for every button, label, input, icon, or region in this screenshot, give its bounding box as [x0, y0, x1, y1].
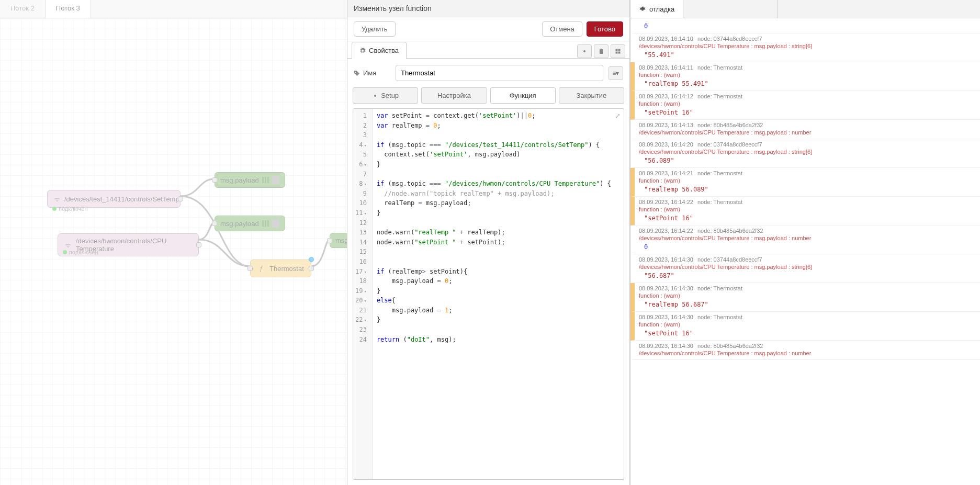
code-editor[interactable]: 123456789101112131415161718192021222324 … — [353, 108, 624, 480]
debug-message[interactable]: 08.09.2023, 16:14:10node: 03744a8cd8eecc… — [630, 33, 980, 62]
flow-workspace: Поток 2 Поток 3 /devices/test_14411/cont… — [0, 0, 347, 485]
node-label: /devices/test_14411/controls/SetTemp — [64, 195, 179, 203]
output-port[interactable] — [178, 196, 183, 201]
input-port[interactable] — [327, 238, 332, 243]
status-dot-icon — [63, 250, 67, 254]
name-label: Имя — [354, 69, 390, 77]
debug-message[interactable]: 08.09.2023, 16:14:30node: 80b485a4b6da2f… — [630, 341, 980, 360]
tab-setup[interactable]: Setup — [353, 87, 418, 104]
description-button[interactable] — [594, 44, 609, 58]
debug-message[interactable]: 08.09.2023, 16:14:12node: Thermostatfunc… — [630, 91, 980, 120]
debug-message[interactable]: 08.09.2023, 16:14:30node: Thermostatfunc… — [630, 283, 980, 312]
name-row: Имя ≡▾ — [347, 59, 629, 87]
debug-toggle[interactable] — [272, 176, 279, 184]
debug-meta: 08.09.2023, 16:14:11node: Thermostat — [639, 64, 976, 71]
debug-value: "56.089" — [639, 157, 976, 164]
debug-meta: 08.09.2023, 16:14:30node: Thermostat — [639, 314, 976, 320]
debug-bars-icon — [262, 220, 269, 227]
tab-function[interactable]: Функция — [490, 87, 556, 104]
debug-value: 0 — [639, 22, 976, 30]
tab-blank[interactable] — [683, 0, 778, 18]
debug-toggle[interactable] — [272, 219, 279, 228]
debug-message[interactable]: 08.09.2023, 16:14:30node: Thermostatfunc… — [630, 312, 980, 341]
debug-message[interactable]: 08.09.2023, 16:14:21node: Thermostatfunc… — [630, 168, 980, 197]
tab-onstart[interactable]: Настройка — [421, 87, 487, 104]
flow-tab[interactable]: Поток 3 — [46, 0, 91, 18]
file-icon — [598, 48, 604, 54]
debug-meta: 08.09.2023, 16:14:13node: 80b485a4b6da2f… — [639, 122, 976, 128]
svg-point-0 — [374, 95, 376, 97]
debug-source: function : (warn) — [639, 100, 976, 107]
done-button[interactable]: Готово — [587, 21, 623, 37]
flow-tab[interactable]: Поток 2 — [0, 0, 46, 18]
input-port[interactable] — [212, 221, 217, 226]
debug-meta: 08.09.2023, 16:14:10node: 03744a8cd8eecc… — [639, 36, 976, 42]
output-port[interactable] — [309, 266, 314, 271]
tab-properties[interactable]: Свойства — [352, 42, 407, 59]
delete-button[interactable]: Удалить — [354, 21, 396, 37]
debug-node[interactable]: msg — [330, 233, 347, 248]
debug-value: "55.491" — [639, 51, 976, 59]
debug-value: "realTemp 56.089" — [639, 186, 976, 193]
debug-messages[interactable]: 008.09.2023, 16:14:10node: 03744a8cd8eec… — [630, 18, 980, 485]
status-dot-icon — [52, 207, 57, 211]
name-menu-button[interactable]: ≡▾ — [609, 66, 623, 80]
bug-icon — [639, 5, 646, 13]
debug-message[interactable]: 08.09.2023, 16:14:22node: Thermostatfunc… — [630, 197, 980, 225]
app-root: Поток 2 Поток 3 /devices/test_14411/cont… — [0, 0, 980, 485]
editor-code[interactable]: var setPoint = context.get('setPoint')||… — [373, 109, 615, 479]
debug-message[interactable]: 08.09.2023, 16:14:11node: Thermostatfunc… — [630, 62, 980, 91]
input-port[interactable] — [247, 266, 253, 271]
debug-source: function : (warn) — [639, 321, 976, 328]
debug-message[interactable]: 08.09.2023, 16:14:22node: 80b485a4b6da2f… — [630, 225, 980, 254]
tag-icon — [354, 70, 360, 76]
env-button[interactable] — [577, 44, 592, 58]
editor-gutter: 123456789101112131415161718192021222324 — [353, 109, 373, 479]
appearance-button[interactable] — [611, 44, 625, 58]
sidebar-tabs: отладка — [630, 0, 980, 18]
edit-panel-title: Изменить узел function — [347, 0, 629, 17]
cancel-button[interactable]: Отмена — [542, 21, 582, 37]
debug-value: 0 — [639, 243, 976, 251]
node-label: msg.payload — [220, 176, 259, 184]
expand-icon[interactable]: ⤢ — [615, 111, 621, 121]
output-port[interactable] — [196, 242, 201, 247]
function-node[interactable]: f Thermostat — [250, 260, 311, 277]
debug-meta: 08.09.2023, 16:14:20node: 03744a8cd8eecc… — [639, 141, 976, 148]
node-status: подключен — [63, 249, 98, 255]
flow-canvas[interactable]: /devices/test_14411/controls/SetTemp под… — [0, 18, 347, 485]
debug-value: "realTemp 55.491" — [639, 80, 976, 87]
debug-source: /devices/hwmon/controls/CPU Temperature … — [639, 235, 976, 241]
debug-node[interactable]: msg.payload — [215, 216, 285, 231]
gear-icon — [581, 48, 588, 54]
debug-bars-icon — [262, 177, 269, 183]
debug-message[interactable]: 08.09.2023, 16:14:30node: 03744a8cd8eecc… — [630, 254, 980, 283]
gear-icon — [359, 48, 366, 54]
tab-onstop[interactable]: Закрытие — [559, 87, 624, 104]
debug-message[interactable]: 08.09.2023, 16:14:20node: 03744a8cd8eecc… — [630, 139, 980, 168]
input-port[interactable] — [212, 177, 217, 183]
node-label: msg — [335, 236, 347, 244]
debug-source: /devices/hwmon/controls/CPU Temperature … — [639, 350, 976, 356]
debug-meta: 08.09.2023, 16:14:12node: Thermostat — [639, 93, 976, 99]
edit-panel: Изменить узел function Удалить Отмена Го… — [347, 0, 630, 485]
debug-message[interactable]: 0 — [630, 18, 980, 33]
name-input[interactable] — [396, 65, 603, 81]
function-icon: f — [256, 263, 266, 274]
gear-icon — [372, 93, 378, 99]
changed-indicator-icon — [309, 257, 314, 262]
flow-tabs: Поток 2 Поток 3 — [0, 0, 347, 18]
debug-source: function : (warn) — [639, 292, 976, 299]
debug-value: "realTemp 56.687" — [639, 301, 976, 308]
debug-value: "setPoint 16" — [639, 109, 976, 116]
debug-source: /devices/hwmon/controls/CPU Temperature … — [639, 149, 976, 155]
wifi-icon — [53, 194, 61, 204]
grid-icon — [615, 48, 621, 54]
debug-value: "56.687" — [639, 272, 976, 279]
debug-meta: 08.09.2023, 16:14:30node: 03744a8cd8eecc… — [639, 256, 976, 263]
mqtt-in-node[interactable]: /devices/test_14411/controls/SetTemp — [47, 190, 181, 208]
debug-node[interactable]: msg.payload — [215, 172, 285, 188]
debug-message[interactable]: 08.09.2023, 16:14:13node: 80b485a4b6da2f… — [630, 120, 980, 139]
tab-debug[interactable]: отладка — [630, 0, 683, 18]
menu-icon: ≡▾ — [612, 70, 619, 77]
